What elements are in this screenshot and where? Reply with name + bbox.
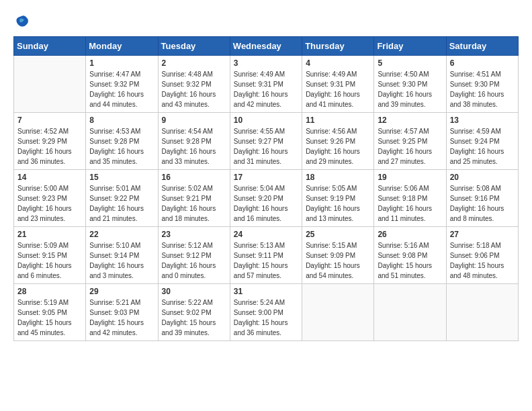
- day-number: 12: [378, 116, 442, 125]
- day-info: Sunrise: 4:47 AM Sunset: 9:32 PM Dayligh…: [89, 69, 154, 109]
- day-number: 2: [162, 58, 226, 68]
- calendar-cell: 15Sunrise: 5:01 AM Sunset: 9:22 PM Dayli…: [86, 170, 158, 227]
- day-info: Sunrise: 4:59 AM Sunset: 9:24 PM Dayligh…: [450, 126, 515, 167]
- day-info: Sunrise: 5:12 AM Sunset: 9:12 PM Dayligh…: [162, 240, 226, 281]
- day-number: 17: [234, 173, 298, 182]
- calendar-cell: 21Sunrise: 5:09 AM Sunset: 9:15 PM Dayli…: [14, 227, 86, 284]
- day-info: Sunrise: 5:13 AM Sunset: 9:11 PM Dayligh…: [234, 240, 298, 281]
- calendar-cell: 27Sunrise: 5:18 AM Sunset: 9:06 PM Dayli…: [446, 227, 518, 284]
- day-info: Sunrise: 4:52 AM Sunset: 9:29 PM Dayligh…: [17, 126, 82, 167]
- calendar-cell: 23Sunrise: 5:12 AM Sunset: 9:12 PM Dayli…: [158, 227, 230, 284]
- day-number: 6: [450, 58, 515, 68]
- header: [13, 13, 519, 30]
- logo: [13, 13, 32, 30]
- calendar-cell: 2Sunrise: 4:48 AM Sunset: 9:32 PM Daylig…: [158, 56, 230, 113]
- calendar-body: 1Sunrise: 4:47 AM Sunset: 9:32 PM Daylig…: [14, 56, 519, 341]
- calendar-cell: 20Sunrise: 5:08 AM Sunset: 9:16 PM Dayli…: [446, 170, 518, 227]
- calendar-cell: 1Sunrise: 4:47 AM Sunset: 9:32 PM Daylig…: [86, 56, 158, 113]
- calendar-cell: 6Sunrise: 4:51 AM Sunset: 9:30 PM Daylig…: [446, 56, 518, 113]
- calendar-week-1: 1Sunrise: 4:47 AM Sunset: 9:32 PM Daylig…: [14, 56, 519, 113]
- day-number: 27: [450, 230, 515, 239]
- day-info: Sunrise: 5:02 AM Sunset: 9:21 PM Dayligh…: [162, 183, 226, 224]
- day-number: 24: [234, 230, 298, 239]
- day-info: Sunrise: 4:50 AM Sunset: 9:30 PM Dayligh…: [378, 69, 442, 109]
- day-number: 18: [306, 173, 370, 182]
- calendar-cell: 26Sunrise: 5:16 AM Sunset: 9:08 PM Dayli…: [374, 227, 446, 284]
- day-info: Sunrise: 5:10 AM Sunset: 9:14 PM Dayligh…: [89, 240, 154, 281]
- day-number: 9: [162, 116, 226, 125]
- calendar-cell: 29Sunrise: 5:21 AM Sunset: 9:03 PM Dayli…: [86, 284, 158, 341]
- calendar-cell: [14, 56, 86, 113]
- calendar-cell: 8Sunrise: 4:53 AM Sunset: 9:28 PM Daylig…: [86, 113, 158, 170]
- day-number: 14: [17, 173, 82, 182]
- day-info: Sunrise: 5:01 AM Sunset: 9:22 PM Dayligh…: [89, 183, 154, 224]
- day-info: Sunrise: 5:24 AM Sunset: 9:00 PM Dayligh…: [234, 298, 298, 338]
- day-number: 15: [89, 173, 154, 182]
- calendar-table: SundayMondayTuesdayWednesdayThursdayFrid…: [13, 36, 519, 341]
- day-info: Sunrise: 4:53 AM Sunset: 9:28 PM Dayligh…: [89, 126, 154, 167]
- day-number: 3: [234, 58, 298, 68]
- day-number: 11: [306, 116, 370, 125]
- calendar-cell: 12Sunrise: 4:57 AM Sunset: 9:25 PM Dayli…: [374, 113, 446, 170]
- day-info: Sunrise: 5:05 AM Sunset: 9:19 PM Dayligh…: [306, 183, 370, 224]
- calendar-cell: 11Sunrise: 4:56 AM Sunset: 9:26 PM Dayli…: [302, 113, 374, 170]
- day-number: 28: [17, 287, 82, 296]
- day-info: Sunrise: 5:15 AM Sunset: 9:09 PM Dayligh…: [306, 240, 370, 281]
- day-info: Sunrise: 4:49 AM Sunset: 9:31 PM Dayligh…: [306, 69, 370, 109]
- day-number: 8: [89, 116, 154, 125]
- day-number: 31: [234, 287, 298, 296]
- day-info: Sunrise: 4:51 AM Sunset: 9:30 PM Dayligh…: [450, 69, 515, 109]
- calendar-cell: [446, 284, 518, 341]
- day-number: 25: [306, 230, 370, 239]
- calendar-cell: 18Sunrise: 5:05 AM Sunset: 9:19 PM Dayli…: [302, 170, 374, 227]
- calendar-cell: 24Sunrise: 5:13 AM Sunset: 9:11 PM Dayli…: [230, 227, 302, 284]
- calendar-cell: 30Sunrise: 5:22 AM Sunset: 9:02 PM Dayli…: [158, 284, 230, 341]
- day-number: 30: [162, 287, 226, 296]
- logo-icon: [13, 13, 30, 30]
- day-info: Sunrise: 5:22 AM Sunset: 9:02 PM Dayligh…: [162, 298, 226, 338]
- calendar-cell: 10Sunrise: 4:55 AM Sunset: 9:27 PM Dayli…: [230, 113, 302, 170]
- calendar-header-friday: Friday: [374, 37, 446, 56]
- calendar-cell: 19Sunrise: 5:06 AM Sunset: 9:18 PM Dayli…: [374, 170, 446, 227]
- day-info: Sunrise: 5:19 AM Sunset: 9:05 PM Dayligh…: [17, 298, 82, 338]
- day-number: 20: [450, 173, 515, 182]
- calendar-week-5: 28Sunrise: 5:19 AM Sunset: 9:05 PM Dayli…: [14, 284, 519, 341]
- calendar-header-tuesday: Tuesday: [158, 37, 230, 56]
- calendar-week-2: 7Sunrise: 4:52 AM Sunset: 9:29 PM Daylig…: [14, 113, 519, 170]
- calendar-cell: 25Sunrise: 5:15 AM Sunset: 9:09 PM Dayli…: [302, 227, 374, 284]
- day-number: 16: [162, 173, 226, 182]
- day-number: 21: [17, 230, 82, 239]
- calendar-week-4: 21Sunrise: 5:09 AM Sunset: 9:15 PM Dayli…: [14, 227, 519, 284]
- day-info: Sunrise: 4:48 AM Sunset: 9:32 PM Dayligh…: [162, 69, 226, 109]
- day-info: Sunrise: 5:09 AM Sunset: 9:15 PM Dayligh…: [17, 240, 82, 281]
- calendar-cell: 28Sunrise: 5:19 AM Sunset: 9:05 PM Dayli…: [14, 284, 86, 341]
- calendar-cell: 4Sunrise: 4:49 AM Sunset: 9:31 PM Daylig…: [302, 56, 374, 113]
- day-info: Sunrise: 5:18 AM Sunset: 9:06 PM Dayligh…: [450, 240, 515, 281]
- calendar-cell: 3Sunrise: 4:49 AM Sunset: 9:31 PM Daylig…: [230, 56, 302, 113]
- day-number: 19: [378, 173, 442, 182]
- calendar-cell: [374, 284, 446, 341]
- calendar-header-sunday: Sunday: [14, 37, 86, 56]
- day-info: Sunrise: 4:49 AM Sunset: 9:31 PM Dayligh…: [234, 69, 298, 109]
- day-info: Sunrise: 5:06 AM Sunset: 9:18 PM Dayligh…: [378, 183, 442, 224]
- day-info: Sunrise: 5:04 AM Sunset: 9:20 PM Dayligh…: [234, 183, 298, 224]
- calendar-header-thursday: Thursday: [302, 37, 374, 56]
- calendar-header-wednesday: Wednesday: [230, 37, 302, 56]
- calendar-header-saturday: Saturday: [446, 37, 518, 56]
- calendar-header-monday: Monday: [86, 37, 158, 56]
- day-number: 4: [306, 58, 370, 68]
- calendar-cell: 17Sunrise: 5:04 AM Sunset: 9:20 PM Dayli…: [230, 170, 302, 227]
- day-info: Sunrise: 4:57 AM Sunset: 9:25 PM Dayligh…: [378, 126, 442, 167]
- day-info: Sunrise: 4:54 AM Sunset: 9:28 PM Dayligh…: [162, 126, 226, 167]
- day-number: 22: [89, 230, 154, 239]
- day-number: 23: [162, 230, 226, 239]
- calendar-week-3: 14Sunrise: 5:00 AM Sunset: 9:23 PM Dayli…: [14, 170, 519, 227]
- day-info: Sunrise: 4:55 AM Sunset: 9:27 PM Dayligh…: [234, 126, 298, 167]
- day-info: Sunrise: 5:00 AM Sunset: 9:23 PM Dayligh…: [17, 183, 82, 224]
- day-number: 29: [89, 287, 154, 296]
- calendar-cell: 13Sunrise: 4:59 AM Sunset: 9:24 PM Dayli…: [446, 113, 518, 170]
- calendar-cell: 31Sunrise: 5:24 AM Sunset: 9:00 PM Dayli…: [230, 284, 302, 341]
- calendar-cell: 22Sunrise: 5:10 AM Sunset: 9:14 PM Dayli…: [86, 227, 158, 284]
- calendar-cell: 5Sunrise: 4:50 AM Sunset: 9:30 PM Daylig…: [374, 56, 446, 113]
- calendar-cell: [302, 284, 374, 341]
